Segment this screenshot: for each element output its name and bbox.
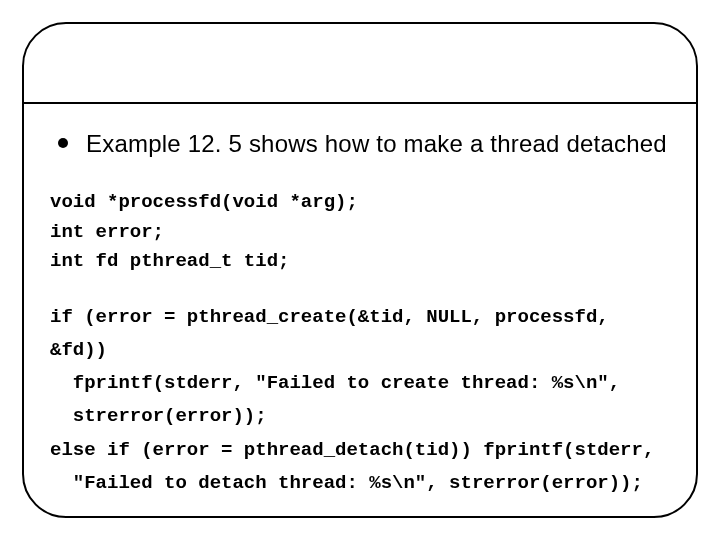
bullet-item: Example 12. 5 shows how to make a thread… xyxy=(48,128,672,160)
code-body: if (error = pthread_create(&tid, NULL, p… xyxy=(50,301,672,501)
bullet-text: Example 12. 5 shows how to make a thread… xyxy=(86,128,667,160)
bullet-dot-icon xyxy=(58,138,68,148)
divider-top xyxy=(22,102,698,104)
slide-content: Example 12. 5 shows how to make a thread… xyxy=(48,128,672,500)
code-declarations: void *processfd(void *arg); int error; i… xyxy=(50,188,672,276)
